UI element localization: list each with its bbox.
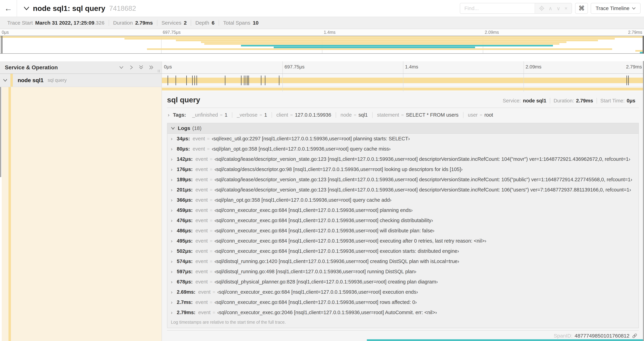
log-expand-chevron-right-icon[interactable]: › [171, 289, 177, 295]
log-expand-chevron-right-icon[interactable]: › [171, 299, 177, 305]
detail-bar-strip-row [162, 87, 644, 92]
find-clear-icon[interactable]: × [564, 5, 568, 11]
log-expand-chevron-right-icon[interactable]: › [171, 197, 177, 203]
vertical-scrollbar[interactable] [643, 61, 644, 341]
log-marker[interactable] [192, 76, 193, 85]
deep-link-icon[interactable] [632, 333, 638, 338]
tag-item[interactable]: statement=SELECT * FROM users [372, 112, 463, 118]
minimap-tick-label: 1.4ms [324, 30, 336, 35]
span-service-name: node sql1 [18, 77, 44, 84]
left-scrollbar-thumb[interactable] [0, 87, 1, 177]
tag-item[interactable]: _verbose=1 [232, 112, 272, 118]
log-marker[interactable] [261, 76, 262, 85]
tag-item[interactable]: node=sql1 [336, 112, 372, 118]
trace-title-group: node sql1: sql query 7418682 [24, 4, 136, 13]
log-entry-row[interactable]: ›366μs:event=‹sql/plan_opt.go:358 [nsql1… [168, 195, 638, 205]
detail-meta-item: Service:node sql1 [499, 98, 550, 104]
log-expand-chevron-right-icon[interactable]: › [171, 238, 177, 244]
span-name-cell[interactable]: node sql1 sql query [0, 74, 162, 87]
span-operation-name: sql query [48, 78, 67, 83]
log-entry-row[interactable]: ›486μs:event=‹sql/conn_executor_exec.go:… [168, 226, 638, 236]
log-entry-row[interactable]: ›574μs:event=‹sql/distsql_running.go:142… [168, 256, 638, 266]
trace-view-label: Trace Timeline [596, 5, 630, 11]
log-marker[interactable] [176, 76, 176, 85]
log-expand-chevron-right-icon[interactable]: › [171, 208, 177, 213]
log-expand-chevron-right-icon[interactable]: › [171, 218, 177, 223]
log-marker[interactable] [265, 76, 266, 85]
log-expand-chevron-right-icon[interactable]: › [171, 310, 177, 315]
collapse-all-double-icon[interactable] [139, 65, 144, 70]
minimap-span-bar [0, 36, 644, 38]
log-entry-row[interactable]: ›459μs:event=‹sql/conn_executor_exec.go:… [168, 205, 638, 215]
log-expand-chevron-right-icon[interactable]: › [171, 259, 177, 264]
log-entry-row[interactable]: ›176μs:event=‹sql/catalog/descs/descript… [168, 164, 638, 174]
collapse-all-icon[interactable] [119, 65, 124, 70]
back-button[interactable]: ← [0, 0, 17, 17]
log-marker[interactable] [628, 76, 629, 85]
logs-collapse-chevron-down-icon[interactable] [171, 127, 175, 130]
log-marker[interactable] [247, 76, 248, 85]
log-entry-row[interactable]: ›476μs:event=‹sql/conn_executor_exec.go:… [168, 215, 638, 226]
log-entry-row[interactable]: ›597μs:event=‹sql/distsql_running.go:498… [168, 266, 638, 277]
log-marker[interactable] [194, 76, 195, 85]
minimap-right-scrubber[interactable] [642, 36, 644, 53]
page-title: node sql1: sql query [33, 4, 105, 13]
logs-header[interactable]: Logs (18) [168, 123, 638, 134]
find-input[interactable] [460, 3, 534, 13]
log-entry-row[interactable]: ›142μs:event=‹sql/catalog/lease/descript… [168, 154, 638, 164]
log-expand-chevron-right-icon[interactable]: › [171, 187, 177, 193]
log-entry-row[interactable]: ›2.79ms:event=‹sql/conn_executor_exec.go… [168, 307, 638, 318]
log-marker[interactable] [626, 76, 627, 85]
trace-id: 7418682 [109, 5, 136, 12]
minimap-span-bar [124, 38, 615, 40]
log-expand-chevron-right-icon[interactable]: › [171, 248, 177, 254]
log-entry-row[interactable]: ›34μs:event=‹sql/exec_util.go:2297 [nsql… [168, 134, 638, 144]
minimap-tick-label: 697.75μs [163, 30, 180, 35]
trace-view-selector[interactable]: Trace Timeline [591, 3, 640, 14]
log-marker[interactable] [246, 76, 246, 85]
log-entry-row[interactable]: ›678μs:event=‹sql/distsql_physical_plann… [168, 277, 638, 287]
log-marker[interactable] [241, 76, 242, 85]
log-marker[interactable] [244, 76, 244, 85]
span-collapse-chevron-down-icon[interactable] [0, 79, 10, 82]
trace-title-chevron-down-icon[interactable] [24, 6, 30, 11]
log-entry-row[interactable]: ›495μs:event=‹sql/conn_executor_exec.go:… [168, 236, 638, 246]
log-marker[interactable] [196, 76, 197, 85]
log-entry-row[interactable]: ›80μs:event=‹sql/plan_opt.go:358 [nsql1,… [168, 144, 638, 154]
log-entry-row[interactable]: ›201μs:event=‹sql/catalog/lease/descript… [168, 185, 638, 195]
log-expand-chevron-right-icon[interactable]: › [171, 279, 177, 285]
log-entry-row[interactable]: ›502μs:event=‹sql/conn_executor_exec.go:… [168, 246, 638, 256]
column-resize-grip[interactable] [158, 70, 160, 72]
tags-label: Tags: [173, 112, 186, 118]
find-next-icon[interactable]: ∨ [556, 5, 560, 12]
log-marker[interactable] [279, 76, 280, 85]
tags-row[interactable]: › Tags: _unfinished=1_verbose=1client=12… [167, 111, 639, 119]
log-entry-row[interactable]: ›2.7ms:event=‹sql/conn_executor_exec.go:… [168, 297, 638, 307]
expand-one-icon[interactable] [129, 65, 134, 70]
tags-expand-chevron-right-icon[interactable]: › [167, 112, 173, 118]
ruler-gridline [403, 61, 403, 74]
expand-all-double-icon[interactable] [149, 65, 154, 70]
log-marker[interactable] [225, 76, 226, 85]
log-entry-row[interactable]: ›189μs:event=‹sql/catalog/lease/descript… [168, 174, 638, 185]
log-expand-chevron-right-icon[interactable]: › [171, 167, 177, 172]
log-expand-chevron-right-icon[interactable]: › [171, 136, 177, 142]
tag-item[interactable]: user=root [463, 112, 498, 118]
minimap-left-scrubber[interactable] [2, 36, 2, 53]
log-marker[interactable] [248, 76, 249, 85]
tag-item[interactable]: client=127.0.0.1:59936 [272, 112, 336, 118]
span-bar-cell[interactable] [162, 74, 644, 87]
log-expand-chevron-right-icon[interactable]: › [171, 177, 177, 182]
log-expand-chevron-right-icon[interactable]: › [171, 146, 177, 152]
log-expand-chevron-right-icon[interactable]: › [171, 156, 177, 162]
log-marker[interactable] [186, 76, 187, 85]
log-expand-chevron-right-icon[interactable]: › [171, 228, 177, 234]
log-marker[interactable] [168, 76, 168, 85]
keyboard-shortcuts-button[interactable]: ⌘ [575, 3, 588, 14]
tag-item[interactable]: _unfinished=1 [188, 112, 232, 118]
find-prev-icon[interactable]: ∧ [548, 5, 552, 12]
match-highlight-icon[interactable] [539, 6, 544, 11]
log-expand-chevron-right-icon[interactable]: › [171, 269, 177, 274]
minimap-span-graph[interactable] [0, 36, 644, 54]
log-entry-row[interactable]: ›2.69ms:event=‹sql/conn_executor_exec.go… [168, 287, 638, 297]
